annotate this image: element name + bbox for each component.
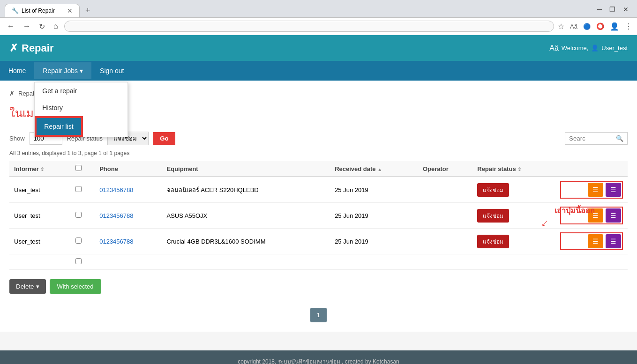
edit-button-0[interactable]: ☰	[588, 183, 603, 197]
address-bar[interactable]: localhost/inventory/index.php?module=rep…	[64, 21, 554, 32]
repair-table: Informer ⇕ Phone Equipment Received date…	[9, 161, 628, 270]
cell-date-2: 25 Jun 2019	[330, 229, 418, 254]
dropdown-arrow-icon: ▾	[80, 67, 83, 74]
row-checkbox-0[interactable]	[75, 186, 82, 192]
cell-phone-1: 0123456788	[95, 203, 162, 229]
edit-button-1[interactable]: ☰	[588, 208, 603, 223]
col-informer: Informer ⇕	[9, 161, 71, 177]
cell-operator-0	[418, 177, 472, 203]
table-footer-row	[9, 254, 628, 270]
cell-status-2: แจ้งซ่อม	[472, 229, 555, 254]
language-icon: Aä	[549, 44, 559, 52]
nav-sign-out[interactable]: Sign out	[91, 61, 132, 81]
table-row: User_test 0123456788 จอมอนิเตอร์ ACER S2…	[9, 177, 628, 203]
sort-status-icon[interactable]: ⇕	[517, 167, 521, 172]
cell-operator-1	[418, 203, 472, 229]
dropdown-repair-list-highlight: Repair list	[35, 116, 82, 137]
menu-icon[interactable]: ⋮	[625, 22, 632, 31]
col-checkbox-header	[71, 161, 95, 177]
cell-informer-2: User_test	[9, 229, 71, 254]
username: User_test	[601, 45, 628, 52]
row-checkbox-1[interactable]	[75, 212, 82, 218]
translate-icon[interactable]: Aä	[570, 23, 577, 30]
cell-actions-0: ☰ ☰	[555, 177, 628, 203]
sort-informer-icon[interactable]: ⇕	[40, 167, 44, 172]
cell-equipment-0: จอมอนิเตอร์ ACER S220HQLEBD	[162, 177, 330, 203]
detail-button-0[interactable]: ☰	[606, 183, 621, 197]
phone-link-2[interactable]: 0123456788	[99, 238, 133, 245]
footer-text: copyright 2018, ระบบบันทึกข้อมูลงานซ่อม …	[238, 358, 399, 364]
table-row: User_test 0123456788 ASUS A55OJX 25 Jun …	[9, 203, 628, 229]
delete-dropdown-arrow-icon: ▾	[36, 283, 39, 290]
col-repair-status: Repair status ⇕	[472, 161, 555, 177]
app-title: ✗ Repair	[9, 42, 53, 54]
cell-equipment-2: Crucial 4GB DDR3L&1600 SODIMM	[162, 229, 330, 254]
nav-repair-jobs[interactable]: Repair Jobs ▾	[34, 62, 91, 79]
pagination: 1	[9, 308, 628, 322]
extension1-icon: 🔵	[583, 23, 591, 30]
navbar: Home Repair Jobs ▾ Get a repair History …	[0, 61, 637, 81]
user-icon: 👤	[591, 45, 599, 52]
dropdown-repair-list[interactable]: Repair list	[36, 117, 82, 136]
cell-informer-1: User_test	[9, 203, 71, 229]
row-checkbox-2[interactable]	[75, 238, 82, 244]
home-button[interactable]: ⌂	[51, 21, 60, 31]
select-all-checkbox[interactable]	[75, 165, 82, 171]
show-label: Show	[9, 135, 25, 142]
sort-date-icon[interactable]: ▲	[377, 167, 382, 172]
page-1-button[interactable]: 1	[310, 308, 327, 322]
minimize-button[interactable]: ─	[597, 6, 602, 13]
tab-icon: 🔧	[12, 7, 19, 14]
cell-checkbox-1	[71, 203, 95, 229]
bottom-bar: Delete ▾ With selected	[9, 279, 628, 294]
col-received-date: Received date ▲	[330, 161, 418, 177]
nav-home[interactable]: Home	[0, 61, 34, 81]
footer: copyright 2018, ระบบบันทึกข้อมูลงานซ่อม …	[0, 350, 637, 364]
tab-title: List of Repair	[22, 7, 55, 14]
search-input[interactable]	[565, 133, 612, 144]
cell-informer-0: User_test	[9, 177, 71, 203]
detail-button-2[interactable]: ☰	[606, 234, 621, 248]
action-buttons-1: ☰ ☰	[560, 207, 623, 224]
detail-button-1[interactable]: ☰	[606, 208, 621, 223]
breadcrumb-repair: Repair	[18, 90, 36, 97]
status-badge-1: แจ้งซ่อม	[477, 209, 509, 223]
go-button[interactable]: Go	[153, 132, 175, 145]
action-buttons-2: ☰ ☰	[560, 232, 623, 250]
search-icon[interactable]: 🔍	[612, 133, 627, 144]
cell-actions-2: ☰ ☰	[555, 229, 628, 254]
cell-date-1: 25 Jun 2019	[330, 203, 418, 229]
cell-checkbox-0	[71, 177, 95, 203]
header-user-info: Aä Welcome, 👤 User_test	[549, 44, 628, 52]
tab-close-button[interactable]: ✕	[67, 7, 73, 15]
phone-link-1[interactable]: 0123456788	[99, 212, 133, 219]
back-button[interactable]: ←	[5, 21, 17, 31]
action-buttons-0: ☰ ☰	[560, 181, 623, 199]
reload-button[interactable]: ↻	[37, 21, 47, 32]
cell-actions-1: ☰ ☰	[555, 203, 628, 229]
col-operator: Operator	[418, 161, 472, 177]
close-window-button[interactable]: ✕	[623, 6, 629, 13]
col-equipment: Equipment	[162, 161, 330, 177]
delete-button[interactable]: Delete ▾	[9, 279, 46, 294]
cell-date-0: 25 Jun 2019	[330, 177, 418, 203]
dropdown-history[interactable]: History	[35, 99, 127, 116]
browser-tab-active[interactable]: 🔧 List of Repair ✕	[5, 4, 80, 17]
status-badge-2: แจ้งซ่อม	[477, 235, 509, 248]
dropdown-get-a-repair[interactable]: Get a repair	[35, 82, 127, 99]
phone-link-0[interactable]: 0123456788	[99, 186, 133, 193]
restore-button[interactable]: ❐	[609, 6, 615, 13]
repair-jobs-dropdown-menu: Get a repair History Repair list	[34, 82, 128, 137]
cell-status-0: แจ้งซ่อม	[472, 177, 555, 203]
edit-button-2[interactable]: ☰	[588, 234, 603, 248]
cell-phone-2: 0123456788	[95, 229, 162, 254]
status-badge-0: แจ้งซ่อม	[477, 183, 509, 197]
profile-icon[interactable]: 👤	[610, 22, 619, 31]
footer-checkbox[interactable]	[75, 258, 82, 264]
bookmark-icon[interactable]: ☆	[558, 22, 564, 31]
nav-repair-jobs-dropdown[interactable]: Repair Jobs ▾ Get a repair History Repai…	[34, 62, 91, 79]
new-tab-button[interactable]: +	[81, 4, 95, 17]
with-selected-button[interactable]: With selected	[50, 279, 101, 294]
cell-phone-0: 0123456788	[95, 177, 162, 203]
forward-button[interactable]: →	[21, 21, 33, 31]
